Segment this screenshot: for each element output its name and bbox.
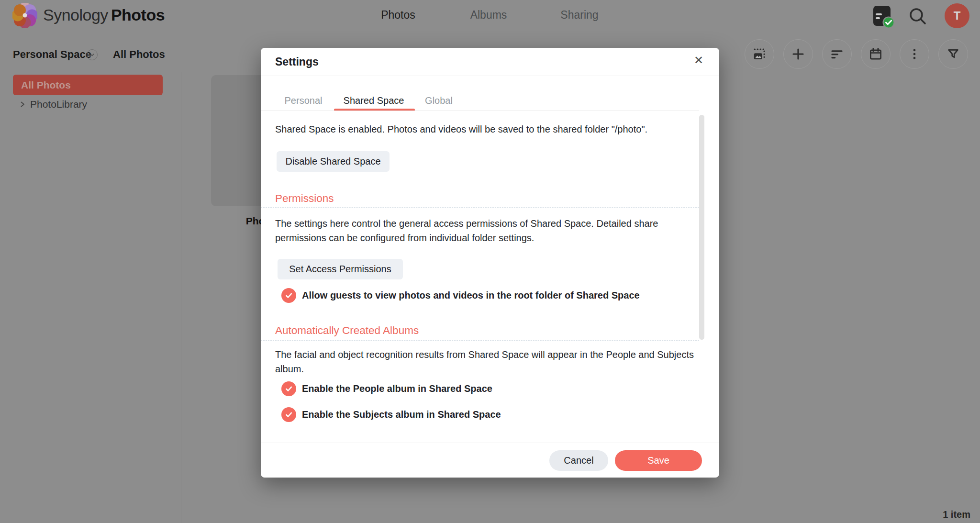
checkbox-label: Enable the People album in Shared Space	[302, 383, 492, 394]
checkbox-allow-guests[interactable]: Allow guests to view photos and videos i…	[281, 288, 640, 303]
filter-icon[interactable]	[938, 39, 968, 69]
section-heading-auto-albums: Automatically Created Albums	[275, 324, 419, 337]
nav-tab-sharing[interactable]: Sharing	[560, 9, 598, 22]
section-divider	[261, 340, 699, 341]
timeline-icon[interactable]	[861, 39, 891, 69]
section-divider	[261, 207, 699, 208]
permissions-description: The settings here control the general ac…	[275, 216, 696, 245]
search-icon[interactable]	[905, 4, 930, 29]
more-icon[interactable]	[900, 39, 929, 69]
checkbox-checked-icon[interactable]	[281, 407, 296, 422]
chevron-right-icon[interactable]	[19, 100, 26, 108]
checkbox-checked-icon[interactable]	[281, 288, 296, 303]
tabbar-divider	[261, 111, 699, 111]
avatar-initial: T	[954, 9, 961, 22]
sidebar-item-label: All Photos	[21, 79, 71, 91]
save-button[interactable]: Save	[615, 450, 702, 471]
tab-global[interactable]: Global	[425, 95, 453, 106]
brand-synology: Synology	[43, 6, 108, 24]
add-icon[interactable]	[783, 39, 813, 69]
status-item-count: 1 item	[943, 509, 970, 520]
dialog-footer: Cancel Save	[261, 443, 719, 478]
app-title: SynologyPhotos	[43, 6, 165, 24]
logo-flower-icon	[12, 3, 37, 28]
tab-personal[interactable]: Personal	[285, 95, 323, 106]
space-selector[interactable]: Personal Space	[13, 48, 91, 61]
backup-status-icon[interactable]	[870, 4, 895, 29]
chevron-down-icon[interactable]	[87, 49, 98, 60]
checkbox-label: Allow guests to view photos and videos i…	[302, 290, 640, 301]
checkbox-checked-icon[interactable]	[281, 381, 296, 396]
nav-tab-albums[interactable]: Albums	[470, 9, 507, 22]
set-access-permissions-button[interactable]: Set Access Permissions	[278, 259, 403, 279]
dialog-title: Settings	[275, 56, 319, 68]
sort-icon[interactable]	[822, 39, 852, 69]
checkbox-subjects-album[interactable]: Enable the Subjects album in Shared Spac…	[281, 407, 501, 422]
close-icon[interactable]: ✕	[689, 51, 708, 70]
page-title: All Photos	[113, 48, 165, 61]
sidebar-divider	[181, 72, 181, 523]
section-heading-permissions: Permissions	[275, 192, 334, 205]
shared-space-status-text: Shared Space is enabled. Photos and vide…	[275, 122, 712, 136]
checkbox-people-album[interactable]: Enable the People album in Shared Space	[281, 381, 492, 396]
modal-scrollbar[interactable]	[699, 115, 704, 340]
checkbox-label: Enable the Subjects album in Shared Spac…	[302, 409, 501, 420]
thumbnail-size-icon[interactable]	[745, 39, 774, 69]
sidebar-item-all-photos[interactable]: All Photos	[13, 75, 163, 95]
avatar[interactable]: T	[945, 3, 969, 28]
brand-photos: Photos	[111, 6, 165, 24]
app-root: SynologyPhotos Photos Albums Sharing T	[0, 0, 980, 523]
header-divider	[261, 76, 719, 76]
sidebar-item-photolibrary[interactable]: PhotoLibrary	[19, 99, 87, 110]
cancel-button[interactable]: Cancel	[549, 450, 608, 471]
tree-item-label: PhotoLibrary	[30, 99, 87, 110]
auto-albums-description: The facial and object recognition result…	[275, 347, 712, 376]
settings-dialog: Settings ✕ Personal Shared Space Global …	[261, 48, 719, 478]
disable-shared-space-button[interactable]: Disable Shared Space	[277, 151, 390, 172]
nav-tab-photos[interactable]: Photos	[381, 9, 415, 22]
tab-shared-space[interactable]: Shared Space	[344, 95, 404, 106]
